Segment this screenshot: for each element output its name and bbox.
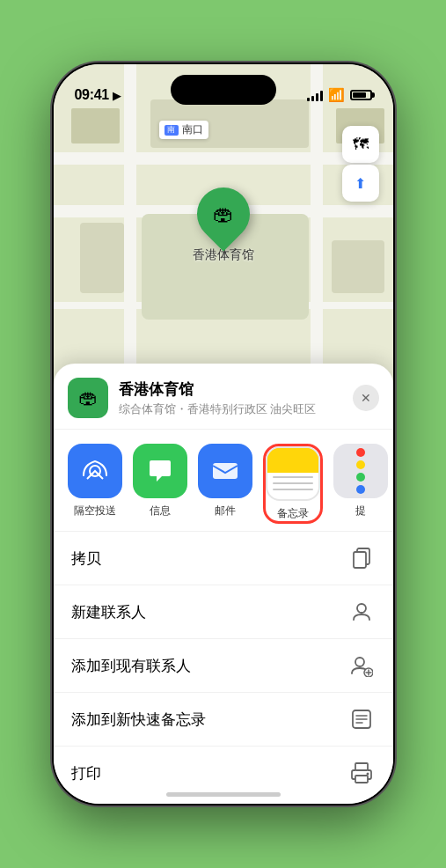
- mail-label: 邮件: [215, 504, 236, 519]
- svg-rect-14: [355, 776, 368, 783]
- messages-icon-wrap: [133, 444, 187, 498]
- status-time: 09:41: [75, 87, 109, 103]
- label-dot: 南: [165, 125, 179, 136]
- map-type-button[interactable]: 🗺: [342, 126, 379, 163]
- venue-icon: 🏟: [68, 378, 108, 418]
- messages-label: 信息: [150, 504, 171, 519]
- map-block2: [80, 223, 124, 293]
- more-icon-wrap: [333, 444, 388, 498]
- location-pin: 🏟 香港体育馆: [193, 188, 254, 263]
- pin-circle: 🏟: [186, 177, 260, 252]
- action-add-existing-label: 添加到现有联系人: [71, 656, 191, 676]
- svg-rect-3: [354, 552, 366, 568]
- mail-icon: [209, 455, 241, 487]
- map-label-text: 南口: [182, 122, 203, 137]
- action-list: 拷贝 新建联系人: [54, 532, 393, 799]
- dynamic-island: [171, 75, 276, 105]
- svg-point-4: [357, 604, 366, 613]
- add-existing-icon: [347, 651, 376, 680]
- pin-emoji: 🏟: [213, 202, 234, 226]
- share-item-airdrop[interactable]: 隔空投送: [68, 444, 122, 524]
- bottom-sheet: 🏟 香港体育馆 综合体育馆・香港特别行政区 油尖旺区 ✕: [54, 364, 393, 804]
- notes-icon-wrap: [266, 446, 320, 501]
- action-new-contact-label: 新建联系人: [71, 602, 146, 622]
- action-print-label: 打印: [71, 763, 101, 783]
- action-print[interactable]: 打印: [54, 747, 393, 799]
- action-new-contact[interactable]: 新建联系人: [54, 585, 393, 639]
- action-add-existing[interactable]: 添加到现有联系人: [54, 639, 393, 693]
- more-dots: [356, 448, 365, 494]
- action-copy[interactable]: 拷贝: [54, 532, 393, 585]
- add-notes-icon: [347, 705, 376, 733]
- close-button[interactable]: ✕: [353, 385, 379, 411]
- status-icons: 📶: [307, 87, 372, 103]
- battery-icon: [350, 90, 372, 100]
- signal-bars-icon: [307, 89, 323, 101]
- location-button[interactable]: ⬆: [342, 165, 379, 202]
- svg-point-5: [355, 658, 364, 666]
- airdrop-icon-wrap: [68, 444, 122, 498]
- new-contact-icon: [347, 598, 376, 626]
- venue-info: 香港体育馆 综合体育馆・香港特别行政区 油尖旺区: [119, 379, 353, 417]
- print-icon: [347, 759, 376, 787]
- copy-icon: [347, 544, 376, 572]
- share-item-messages[interactable]: 信息: [133, 444, 187, 524]
- svg-point-15: [366, 773, 369, 776]
- svg-rect-13: [355, 763, 368, 770]
- action-copy-label: 拷贝: [71, 548, 101, 569]
- phone-frame: 09:41 ▶ 📶: [52, 63, 395, 805]
- venue-subtitle: 综合体育馆・香港特别行政区 油尖旺区: [119, 401, 353, 417]
- messages-icon: [144, 455, 176, 487]
- airdrop-label: 隔空投送: [74, 504, 116, 519]
- action-add-notes-label: 添加到新快速备忘录: [71, 710, 206, 730]
- share-row: 隔空投送 信息: [54, 430, 393, 532]
- share-item-mail[interactable]: 邮件: [198, 444, 252, 524]
- home-indicator: [166, 792, 281, 797]
- map-label-top: 南 南口: [159, 121, 208, 139]
- map-building1: [71, 108, 120, 143]
- share-item-more[interactable]: 提: [333, 444, 388, 524]
- phone-screen: 09:41 ▶ 📶: [54, 64, 393, 804]
- svg-rect-1: [213, 463, 238, 479]
- notes-label: 备忘录: [277, 506, 309, 521]
- location-arrow-icon: ▶: [113, 89, 121, 102]
- mail-icon-wrap: [198, 444, 252, 498]
- more-label: 提: [355, 504, 366, 519]
- sheet-header: 🏟 香港体育馆 综合体育馆・香港特别行政区 油尖旺区 ✕: [54, 364, 393, 430]
- action-add-notes[interactable]: 添加到新快速备忘录: [54, 693, 393, 747]
- wifi-icon: 📶: [328, 87, 345, 103]
- venue-name: 香港体育馆: [119, 379, 353, 400]
- map-block3: [332, 240, 384, 293]
- map-controls: 🗺 ⬆: [342, 126, 379, 202]
- share-item-notes[interactable]: 备忘录: [263, 444, 323, 524]
- notes-lines: [267, 469, 318, 494]
- airdrop-icon: [80, 456, 110, 486]
